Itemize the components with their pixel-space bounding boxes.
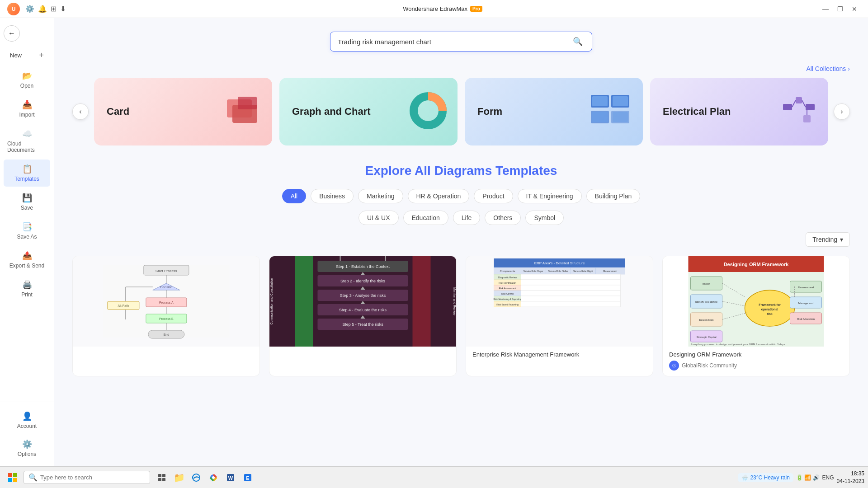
sidebar-item-new[interactable]: New +: [4, 46, 50, 65]
import-icon: 📥: [22, 100, 32, 110]
carousel-prev-button[interactable]: ‹: [72, 103, 89, 120]
svg-text:Step 3 - Analyse the risks: Step 3 - Analyse the risks: [340, 293, 386, 298]
filter-tags-row1: All Business Marketing HR & Operation Pr…: [72, 189, 850, 203]
system-icons: 🔋 📶 🔊: [796, 474, 820, 481]
filter-tags-row2: UI & UX Education Life Others Symbol: [72, 211, 850, 225]
svg-text:Reasons and: Reasons and: [798, 286, 814, 289]
card-form-title: Form: [477, 105, 502, 118]
open-label: Open: [20, 83, 33, 89]
sidebar-item-export[interactable]: 📤 Export & Send: [4, 246, 50, 273]
start-button[interactable]: [4, 469, 22, 487]
export-icon: 📤: [22, 251, 32, 261]
svg-text:Alt Path: Alt Path: [118, 304, 129, 307]
template-card-2[interactable]: Communication and Consultation Monitor a…: [269, 256, 457, 376]
all-collections-link[interactable]: All Collections ›: [806, 65, 850, 72]
sidebar-item-cloud[interactable]: ☁️ Cloud Documents: [4, 124, 50, 158]
template-card-3[interactable]: ERP Area's - Detailed Structure Componen…: [466, 256, 653, 376]
settings-icon[interactable]: ⚙️: [25, 5, 34, 13]
sidebar-item-open[interactable]: 📂 Open: [4, 66, 50, 94]
svg-text:Process B: Process B: [159, 317, 174, 320]
carousel-card-graph[interactable]: Graph and Chart: [279, 78, 458, 145]
carousel-card-form[interactable]: Form: [465, 78, 643, 145]
template-card-4[interactable]: Designing ORM Framework Framework for op…: [662, 256, 850, 376]
svg-text:Components: Components: [500, 270, 515, 272]
svg-line-20: [802, 100, 806, 107]
language-badge: ENG: [822, 474, 834, 481]
taskbar-app-chrome[interactable]: [205, 469, 222, 486]
svg-rect-92: [521, 301, 621, 307]
minimize-button[interactable]: —: [819, 3, 832, 15]
date-display: 04-11-2023: [837, 478, 864, 485]
restore-button[interactable]: ❐: [834, 3, 846, 15]
grid-icon[interactable]: ⊞: [51, 5, 57, 13]
template-card-1[interactable]: Start Process Decision Process A Process…: [72, 256, 260, 376]
taskbar: 🔍 📁: [0, 466, 868, 488]
svg-rect-83: [521, 285, 621, 291]
card-graph-icon: [408, 90, 448, 133]
svg-rect-16: [796, 97, 802, 103]
svg-text:Service Role: Buyer: Service Role: Buyer: [523, 270, 543, 272]
template-thumb-2: Communication and Consultation Monitor a…: [269, 256, 456, 347]
svg-rect-42: [295, 256, 313, 347]
taskbar-search-input[interactable]: [40, 474, 145, 481]
taskbar-search-box[interactable]: 🔍: [24, 471, 150, 484]
filter-tag-all[interactable]: All: [282, 189, 307, 203]
filter-tag-hr[interactable]: HR & Operation: [408, 189, 470, 203]
sort-select[interactable]: Trending ▾: [806, 232, 850, 247]
search-input[interactable]: [338, 38, 571, 46]
sidebar-item-save[interactable]: 💾 Save: [4, 188, 50, 216]
svg-rect-120: [13, 473, 17, 477]
carousel-card-card[interactable]: Card: [94, 78, 272, 145]
open-icon: 📂: [22, 71, 32, 81]
template-info-2: [269, 347, 456, 357]
svg-text:Step 4 - Evaluate the risks: Step 4 - Evaluate the risks: [339, 308, 387, 312]
close-button[interactable]: ✕: [848, 3, 861, 15]
taskbar-app-edraw[interactable]: E: [240, 469, 256, 486]
taskbar-search-icon: 🔍: [28, 473, 38, 482]
sidebar-item-account[interactable]: 👤 Account: [4, 407, 50, 434]
app-name: Wondershare EdrawMax: [403, 5, 467, 12]
svg-text:Risk Based Reporting: Risk Based Reporting: [496, 303, 519, 306]
sidebar-item-options[interactable]: ⚙️ Options: [4, 435, 50, 462]
taskbar-app-edge[interactable]: [188, 469, 204, 486]
taskbar-system-tray: 🌧️ 23°C Heavy rain 🔋 📶 🔊 ENG 18:35 04-11…: [738, 470, 864, 485]
svg-rect-119: [8, 473, 12, 477]
svg-text:E: E: [246, 475, 249, 481]
sidebar-item-saveas[interactable]: 📑 Save As: [4, 217, 50, 244]
search-button[interactable]: 🔍: [571, 37, 585, 47]
taskbar-app-taskview[interactable]: [154, 469, 170, 486]
sidebar-item-import[interactable]: 📥 Import: [4, 95, 50, 122]
download-icon[interactable]: ⬇: [60, 5, 66, 13]
taskbar-app-word[interactable]: W: [222, 469, 239, 486]
carousel-card-electrical[interactable]: Electrical Plan: [650, 78, 828, 145]
titlebar: U ⚙️ 🔔 ⊞ ⬇ Wondershare EdrawMax Pro — ❐ …: [0, 0, 868, 18]
taskbar-app-files[interactable]: 📁: [171, 469, 187, 486]
titlebar-controls: — ❐ ✕: [819, 3, 861, 15]
filter-tag-others[interactable]: Others: [485, 211, 521, 225]
filter-tag-symbol[interactable]: Symbol: [525, 211, 564, 225]
filter-tag-business[interactable]: Business: [311, 189, 354, 203]
sort-row: Trending ▾: [72, 232, 850, 247]
filter-tag-it[interactable]: IT & Engineering: [518, 189, 582, 203]
carousel-next-button[interactable]: ›: [834, 103, 850, 120]
main-content: 🔍 All Collections › ‹ Card: [54, 18, 868, 466]
filter-tag-education[interactable]: Education: [403, 211, 448, 225]
titlebar-left: U ⚙️ 🔔 ⊞ ⬇: [7, 3, 66, 15]
titlebar-center: Wondershare EdrawMax Pro: [403, 5, 482, 12]
sidebar-item-print[interactable]: 🖨️ Print: [4, 275, 50, 302]
svg-point-129: [212, 476, 215, 479]
filter-tag-ui[interactable]: UI & UX: [359, 211, 399, 225]
sidebar-item-templates[interactable]: 📋 Templates: [4, 160, 50, 187]
back-button[interactable]: ←: [4, 25, 20, 42]
user-avatar[interactable]: U: [7, 3, 20, 15]
filter-tag-life[interactable]: Life: [453, 211, 481, 225]
filter-tag-product[interactable]: Product: [474, 189, 513, 203]
svg-text:Risk Control: Risk Control: [501, 292, 514, 295]
template-thumb-4: Designing ORM Framework Framework for op…: [663, 256, 849, 347]
bell-icon[interactable]: 🔔: [38, 5, 47, 13]
svg-rect-122: [13, 478, 17, 482]
weather-badge: 🌧️ 23°C Heavy rain: [738, 473, 793, 482]
filter-tag-building[interactable]: Building Plan: [586, 189, 641, 203]
export-label: Export & Send: [9, 263, 44, 269]
filter-tag-marketing[interactable]: Marketing: [358, 189, 403, 203]
